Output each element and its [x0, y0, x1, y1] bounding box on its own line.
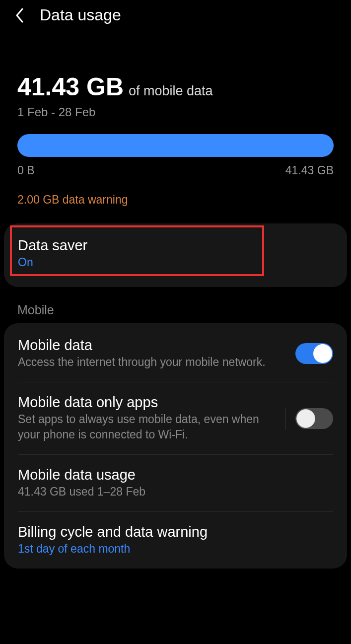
mobile-data-title: Mobile data: [18, 337, 285, 354]
usage-summary: 41.43 GB of mobile data 1 Feb - 28 Feb 0…: [0, 30, 351, 221]
mobile-only-apps-toggle[interactable]: [295, 408, 333, 429]
page-title: Data usage: [40, 6, 121, 24]
usage-period: 1 Feb - 28 Feb: [17, 105, 334, 119]
data-saver-card: Data saver On: [4, 223, 347, 287]
usage-amount: 41.43 GB: [17, 72, 124, 101]
billing-cycle-item[interactable]: Billing cycle and data warning 1st day o…: [4, 512, 347, 569]
mobile-only-apps-sub: Set apps to always use mobile data, even…: [18, 412, 275, 442]
mobile-data-usage-item[interactable]: Mobile data usage 41.43 GB used 1–28 Feb: [4, 455, 347, 511]
mobile-data-sub: Access the internet through your mobile …: [18, 355, 285, 370]
data-saver-title: Data saver: [18, 237, 333, 254]
section-mobile-label: Mobile: [0, 287, 351, 323]
chevron-left-icon: [15, 7, 25, 24]
progress-max-label: 41.43 GB: [285, 164, 334, 177]
usage-progress-bar[interactable]: [17, 134, 334, 157]
progress-min-label: 0 B: [17, 164, 35, 177]
data-saver-item[interactable]: Data saver On: [4, 223, 347, 287]
back-button[interactable]: [15, 7, 25, 24]
control-divider: [285, 408, 285, 429]
header: Data usage: [0, 0, 351, 30]
mobile-data-item[interactable]: Mobile data Access the internet through …: [4, 325, 347, 382]
data-saver-status: On: [18, 255, 333, 270]
progress-labels: 0 B 41.43 GB: [17, 164, 334, 177]
billing-cycle-title: Billing cycle and data warning: [18, 524, 333, 540]
mobile-data-usage-sub: 41.43 GB used 1–28 Feb: [18, 484, 333, 500]
mobile-only-apps-title: Mobile data only apps: [18, 394, 275, 411]
mobile-data-toggle[interactable]: [295, 343, 333, 364]
usage-suffix: of mobile data: [129, 83, 213, 99]
data-warning: 2.00 GB data warning: [17, 193, 334, 207]
mobile-only-apps-item[interactable]: Mobile data only apps Set apps to always…: [4, 382, 347, 454]
billing-cycle-sub: 1st day of each month: [18, 541, 333, 557]
mobile-data-usage-title: Mobile data usage: [18, 467, 333, 483]
mobile-card: Mobile data Access the internet through …: [4, 323, 347, 569]
